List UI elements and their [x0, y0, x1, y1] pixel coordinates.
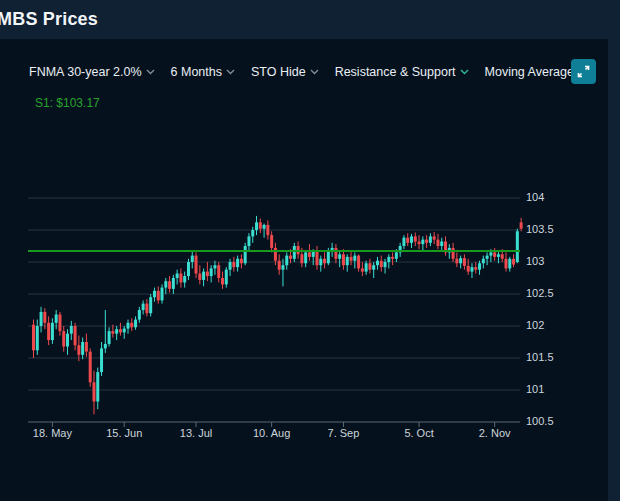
candle [157, 286, 160, 303]
x-axis-label: 15. Jun [106, 427, 142, 439]
candle [353, 252, 356, 268]
candle [304, 250, 307, 267]
candle [285, 252, 288, 269]
candle [191, 250, 194, 268]
y-axis-label: 102 [526, 319, 544, 331]
chart-panel: FNMA 30-year 2.0% 6 Months STO Hide Resi… [0, 39, 608, 501]
candle [323, 252, 326, 268]
candle [402, 235, 405, 249]
candle [266, 220, 269, 239]
y-axis-label: 101 [526, 383, 544, 395]
candle [40, 307, 43, 333]
candle [410, 234, 413, 248]
x-axis-label: 7. Sep [328, 427, 360, 439]
candle [486, 252, 489, 265]
candle [425, 235, 428, 248]
candle [259, 218, 262, 233]
candle [198, 265, 201, 284]
candle [493, 248, 496, 261]
candle [512, 254, 515, 267]
candle [391, 252, 394, 265]
x-axis-label: 13. Jul [180, 427, 212, 439]
y-axis-label: 104 [526, 191, 544, 203]
candle [51, 318, 54, 344]
candle [229, 259, 232, 276]
x-axis-label: 10. Aug [253, 427, 290, 439]
candle [452, 243, 455, 262]
candle [77, 336, 80, 362]
candle [399, 243, 402, 257]
candle [380, 256, 383, 272]
candle [240, 254, 243, 268]
candle [470, 263, 473, 278]
candle [130, 318, 133, 331]
candle [127, 320, 130, 334]
candle [89, 348, 92, 386]
candle [247, 233, 250, 250]
candle [482, 256, 485, 269]
candle [520, 218, 523, 231]
candle [436, 234, 439, 249]
candle [368, 259, 371, 274]
candle [123, 326, 126, 339]
candle [66, 329, 69, 355]
candle [47, 316, 50, 345]
candle [206, 262, 209, 281]
candle [210, 265, 213, 282]
candle [62, 326, 65, 352]
candle [172, 275, 175, 294]
candle [104, 310, 107, 353]
candle [308, 244, 311, 261]
candle [92, 371, 95, 415]
candle [100, 342, 103, 376]
candle [338, 250, 341, 267]
candle [195, 252, 198, 278]
candle [505, 252, 508, 271]
page-header: MBS Prices [0, 0, 620, 39]
candle [119, 323, 122, 336]
candlestick-chart[interactable]: 100.5101101.5102102.5103103.510418. May1… [0, 39, 608, 501]
candle [361, 262, 364, 276]
candle [270, 231, 273, 252]
candle [372, 262, 375, 278]
candle [455, 252, 458, 267]
candle [32, 320, 35, 358]
y-axis-label: 102.5 [526, 287, 554, 299]
candle [414, 233, 417, 246]
candle [96, 368, 99, 410]
candle [115, 326, 118, 340]
candle [365, 261, 368, 275]
candle [478, 261, 481, 275]
candle [81, 338, 84, 360]
candle [440, 238, 443, 251]
candle [202, 268, 205, 286]
candle [263, 224, 266, 238]
candle [70, 321, 73, 340]
candle [293, 243, 296, 262]
candle [149, 294, 152, 316]
x-axis-label: 2. Nov [479, 427, 511, 439]
candle [145, 299, 148, 316]
candle [153, 288, 156, 302]
candle [232, 257, 235, 272]
candle [429, 233, 432, 246]
candle [319, 256, 322, 272]
candle [85, 334, 88, 357]
y-axis-label: 103.5 [526, 223, 554, 235]
candle [255, 216, 258, 235]
candle [217, 262, 220, 282]
candle [387, 254, 390, 268]
candle [376, 257, 379, 270]
candle [251, 227, 254, 243]
candle [342, 249, 345, 269]
candle [444, 236, 447, 255]
candle [421, 236, 424, 250]
candle [179, 268, 182, 287]
candle [418, 235, 421, 249]
candle [331, 243, 334, 257]
candle [334, 244, 337, 263]
candle [463, 254, 466, 269]
candle [281, 259, 284, 287]
candle [108, 327, 111, 346]
candle [183, 272, 186, 288]
